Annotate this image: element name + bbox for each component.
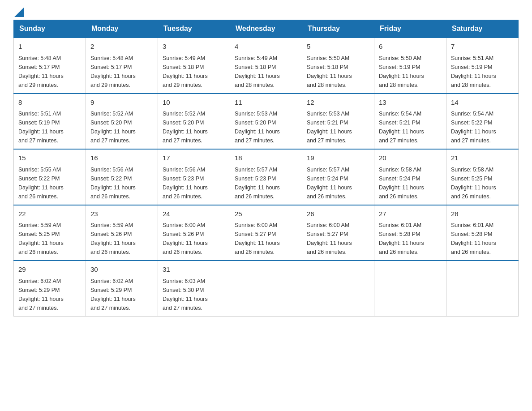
day-number: 4 bbox=[235, 42, 297, 52]
day-info: Sunrise: 5:54 AMSunset: 5:22 PMDaylight:… bbox=[451, 111, 496, 144]
calendar-day-cell: 3Sunrise: 5:49 AMSunset: 5:18 PMDaylight… bbox=[158, 38, 230, 94]
calendar-day-cell: 5Sunrise: 5:50 AMSunset: 5:18 PMDaylight… bbox=[302, 38, 374, 94]
calendar-day-cell: 25Sunrise: 6:00 AMSunset: 5:27 PMDayligh… bbox=[230, 205, 302, 261]
day-info: Sunrise: 5:52 AMSunset: 5:20 PMDaylight:… bbox=[163, 111, 208, 144]
day-info: Sunrise: 5:54 AMSunset: 5:21 PMDaylight:… bbox=[379, 111, 424, 144]
day-number: 1 bbox=[18, 42, 81, 52]
day-number: 24 bbox=[163, 209, 225, 219]
calendar-day-cell: 9Sunrise: 5:52 AMSunset: 5:20 PMDaylight… bbox=[86, 94, 158, 150]
calendar-day-cell bbox=[302, 261, 374, 316]
calendar-day-cell: 31Sunrise: 6:03 AMSunset: 5:30 PMDayligh… bbox=[158, 261, 230, 316]
day-number: 31 bbox=[163, 265, 225, 275]
day-number: 10 bbox=[163, 98, 225, 108]
day-info: Sunrise: 5:57 AMSunset: 5:23 PMDaylight:… bbox=[235, 167, 280, 200]
calendar-day-cell: 17Sunrise: 5:56 AMSunset: 5:23 PMDayligh… bbox=[158, 149, 230, 205]
calendar-day-cell: 13Sunrise: 5:54 AMSunset: 5:21 PMDayligh… bbox=[374, 94, 446, 150]
day-of-week-header: Tuesday bbox=[158, 20, 230, 38]
day-number: 15 bbox=[18, 153, 81, 163]
svg-marker-0 bbox=[14, 7, 24, 17]
calendar-week-row: 8Sunrise: 5:51 AMSunset: 5:19 PMDaylight… bbox=[14, 94, 519, 150]
day-number: 23 bbox=[90, 209, 153, 219]
calendar-day-cell: 29Sunrise: 6:02 AMSunset: 5:29 PMDayligh… bbox=[14, 261, 86, 316]
day-info: Sunrise: 5:53 AMSunset: 5:21 PMDaylight:… bbox=[307, 111, 352, 144]
day-info: Sunrise: 6:01 AMSunset: 5:28 PMDaylight:… bbox=[379, 222, 424, 255]
calendar-day-cell: 30Sunrise: 6:02 AMSunset: 5:29 PMDayligh… bbox=[86, 261, 158, 316]
calendar-day-cell: 18Sunrise: 5:57 AMSunset: 5:23 PMDayligh… bbox=[230, 149, 302, 205]
calendar-day-cell: 19Sunrise: 5:57 AMSunset: 5:24 PMDayligh… bbox=[302, 149, 374, 205]
day-number: 26 bbox=[307, 209, 369, 219]
day-number: 11 bbox=[235, 98, 297, 108]
calendar-day-cell: 10Sunrise: 5:52 AMSunset: 5:20 PMDayligh… bbox=[158, 94, 230, 150]
calendar-day-cell: 4Sunrise: 5:49 AMSunset: 5:18 PMDaylight… bbox=[230, 38, 302, 94]
day-info: Sunrise: 5:59 AMSunset: 5:26 PMDaylight:… bbox=[90, 222, 136, 255]
calendar-day-cell bbox=[446, 261, 519, 316]
day-info: Sunrise: 5:49 AMSunset: 5:18 PMDaylight:… bbox=[235, 55, 280, 88]
day-info: Sunrise: 5:56 AMSunset: 5:22 PMDaylight:… bbox=[90, 167, 136, 200]
calendar-day-cell: 23Sunrise: 5:59 AMSunset: 5:26 PMDayligh… bbox=[86, 205, 158, 261]
calendar-day-cell: 15Sunrise: 5:55 AMSunset: 5:22 PMDayligh… bbox=[14, 149, 86, 205]
day-info: Sunrise: 5:52 AMSunset: 5:20 PMDaylight:… bbox=[90, 111, 136, 144]
calendar-day-cell: 22Sunrise: 5:59 AMSunset: 5:25 PMDayligh… bbox=[14, 205, 86, 261]
calendar-week-row: 22Sunrise: 5:59 AMSunset: 5:25 PMDayligh… bbox=[14, 205, 519, 261]
day-info: Sunrise: 5:56 AMSunset: 5:23 PMDaylight:… bbox=[163, 167, 208, 200]
day-number: 3 bbox=[163, 42, 225, 52]
day-info: Sunrise: 5:58 AMSunset: 5:25 PMDaylight:… bbox=[451, 167, 496, 200]
day-info: Sunrise: 6:00 AMSunset: 5:27 PMDaylight:… bbox=[307, 222, 352, 255]
day-of-week-header: Sunday bbox=[14, 20, 86, 38]
calendar-day-cell: 27Sunrise: 6:01 AMSunset: 5:28 PMDayligh… bbox=[374, 205, 446, 261]
day-info: Sunrise: 5:51 AMSunset: 5:19 PMDaylight:… bbox=[18, 111, 64, 144]
day-number: 30 bbox=[90, 265, 153, 275]
calendar-day-cell: 21Sunrise: 5:58 AMSunset: 5:25 PMDayligh… bbox=[446, 149, 519, 205]
calendar-day-cell: 24Sunrise: 6:00 AMSunset: 5:26 PMDayligh… bbox=[158, 205, 230, 261]
calendar-week-row: 15Sunrise: 5:55 AMSunset: 5:22 PMDayligh… bbox=[14, 149, 519, 205]
day-number: 13 bbox=[379, 98, 442, 108]
calendar-table: SundayMondayTuesdayWednesdayThursdayFrid… bbox=[13, 20, 519, 317]
calendar-day-cell bbox=[374, 261, 446, 316]
day-info: Sunrise: 6:02 AMSunset: 5:29 PMDaylight:… bbox=[18, 278, 64, 311]
day-number: 16 bbox=[90, 153, 153, 163]
day-info: Sunrise: 5:50 AMSunset: 5:19 PMDaylight:… bbox=[379, 55, 424, 88]
day-info: Sunrise: 5:55 AMSunset: 5:22 PMDaylight:… bbox=[18, 167, 64, 200]
day-info: Sunrise: 6:00 AMSunset: 5:26 PMDaylight:… bbox=[163, 222, 208, 255]
day-number: 2 bbox=[90, 42, 153, 52]
day-of-week-header: Friday bbox=[374, 20, 446, 38]
day-number: 29 bbox=[18, 265, 81, 275]
day-of-week-header: Wednesday bbox=[230, 20, 302, 38]
calendar-day-cell: 20Sunrise: 5:58 AMSunset: 5:24 PMDayligh… bbox=[374, 149, 446, 205]
page-header bbox=[13, 9, 519, 15]
day-info: Sunrise: 5:48 AMSunset: 5:17 PMDaylight:… bbox=[90, 55, 136, 88]
day-number: 25 bbox=[235, 209, 297, 219]
day-number: 7 bbox=[451, 42, 514, 52]
day-number: 20 bbox=[379, 153, 442, 163]
calendar-day-cell: 1Sunrise: 5:48 AMSunset: 5:17 PMDaylight… bbox=[14, 38, 86, 94]
day-info: Sunrise: 6:00 AMSunset: 5:27 PMDaylight:… bbox=[235, 222, 280, 255]
day-number: 18 bbox=[235, 153, 297, 163]
day-number: 27 bbox=[379, 209, 442, 219]
day-info: Sunrise: 5:53 AMSunset: 5:20 PMDaylight:… bbox=[235, 111, 280, 144]
day-number: 21 bbox=[451, 153, 514, 163]
day-number: 6 bbox=[379, 42, 442, 52]
day-number: 14 bbox=[451, 98, 514, 108]
day-info: Sunrise: 5:57 AMSunset: 5:24 PMDaylight:… bbox=[307, 167, 352, 200]
day-of-week-header: Thursday bbox=[302, 20, 374, 38]
calendar-day-cell: 7Sunrise: 5:51 AMSunset: 5:19 PMDaylight… bbox=[446, 38, 519, 94]
calendar-day-cell: 11Sunrise: 5:53 AMSunset: 5:20 PMDayligh… bbox=[230, 94, 302, 150]
day-info: Sunrise: 6:02 AMSunset: 5:29 PMDaylight:… bbox=[90, 278, 136, 311]
day-of-week-header: Monday bbox=[86, 20, 158, 38]
day-number: 28 bbox=[451, 209, 514, 219]
calendar-header-row: SundayMondayTuesdayWednesdayThursdayFrid… bbox=[14, 20, 519, 38]
day-info: Sunrise: 5:59 AMSunset: 5:25 PMDaylight:… bbox=[18, 222, 64, 255]
day-number: 8 bbox=[18, 98, 81, 108]
calendar-day-cell: 6Sunrise: 5:50 AMSunset: 5:19 PMDaylight… bbox=[374, 38, 446, 94]
calendar-day-cell bbox=[230, 261, 302, 316]
day-of-week-header: Saturday bbox=[446, 20, 519, 38]
day-info: Sunrise: 6:01 AMSunset: 5:28 PMDaylight:… bbox=[451, 222, 496, 255]
calendar-day-cell: 14Sunrise: 5:54 AMSunset: 5:22 PMDayligh… bbox=[446, 94, 519, 150]
calendar-day-cell: 8Sunrise: 5:51 AMSunset: 5:19 PMDaylight… bbox=[14, 94, 86, 150]
logo bbox=[13, 9, 24, 15]
logo-triangle-icon bbox=[14, 7, 24, 17]
day-info: Sunrise: 6:03 AMSunset: 5:30 PMDaylight:… bbox=[163, 278, 208, 311]
day-info: Sunrise: 5:49 AMSunset: 5:18 PMDaylight:… bbox=[163, 55, 208, 88]
calendar-day-cell: 16Sunrise: 5:56 AMSunset: 5:22 PMDayligh… bbox=[86, 149, 158, 205]
day-number: 22 bbox=[18, 209, 81, 219]
